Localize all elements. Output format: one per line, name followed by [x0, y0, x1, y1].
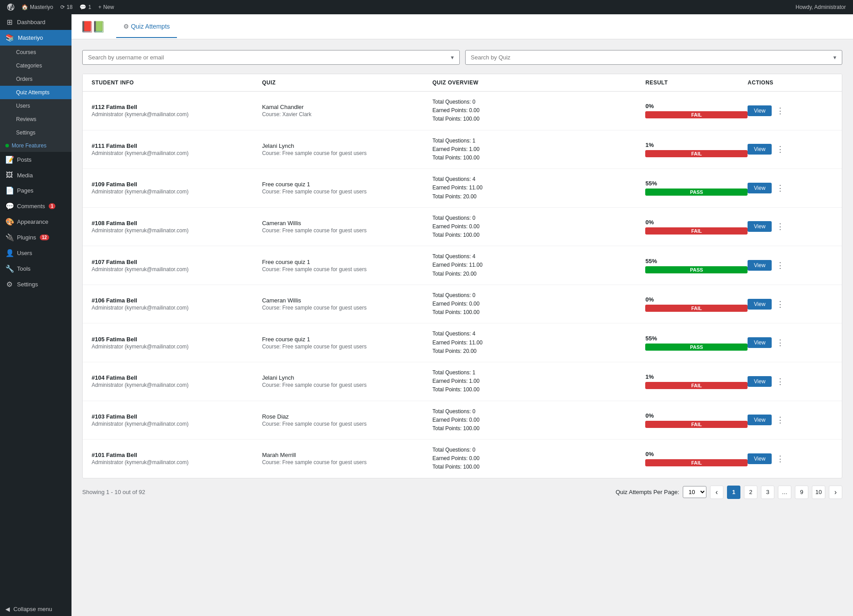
media-icon: 🖼: [5, 171, 13, 179]
admin-bar-comments[interactable]: 💬 1: [76, 0, 95, 14]
user-search-container[interactable]: ▾: [82, 50, 460, 65]
result-percentage: 1%: [645, 142, 748, 148]
table-body: #112 Fatima Bell Administrator (kymeruk@…: [83, 92, 842, 478]
view-button[interactable]: View: [748, 105, 772, 116]
sidebar-masteriyo-header[interactable]: 📚 Masteriyo: [0, 30, 71, 46]
sidebar-collapse[interactable]: ◀ Collapse menu: [0, 602, 71, 616]
table-row: #109 Fatima Bell Administrator (kymeruk@…: [83, 169, 842, 208]
admin-bar-user[interactable]: Howdy, Administrator: [792, 0, 849, 14]
result-badge: FAIL: [645, 382, 748, 389]
more-button[interactable]: ⋮: [774, 454, 786, 464]
tab-quiz-attempts[interactable]: ⚙ Quiz Attempts: [116, 16, 177, 38]
per-page-select[interactable]: 10 25 50: [683, 486, 706, 498]
sidebar-item-dashboard[interactable]: ⊞ Dashboard: [0, 14, 71, 30]
sidebar-item-tools[interactable]: 🔧 Tools: [0, 261, 71, 277]
col-student-info: STUDENT INFO: [92, 80, 262, 86]
pagination-page-3[interactable]: 3: [761, 486, 774, 499]
more-button[interactable]: ⋮: [774, 106, 786, 116]
result-percentage: 0%: [645, 103, 748, 109]
dashboard-icon: ⊞: [5, 18, 13, 26]
more-button[interactable]: ⋮: [774, 377, 786, 386]
table-row: #104 Fatima Bell Administrator (kymeruk@…: [83, 362, 842, 401]
total-questions: Total Questions: 4: [433, 252, 646, 261]
pagination-page-9[interactable]: 9: [795, 486, 808, 499]
more-button[interactable]: ⋮: [774, 415, 786, 425]
student-name: #109 Fatima Bell: [92, 181, 262, 188]
sidebar-item-pages[interactable]: 📄 Pages: [0, 183, 71, 198]
page-header: 📕📗 ⚙ Quiz Attempts: [71, 14, 853, 39]
sidebar-item-settings-wp[interactable]: ⚙ Settings: [0, 277, 71, 292]
table-row: #112 Fatima Bell Administrator (kymeruk@…: [83, 92, 842, 130]
user-greeting: Howdy, Administrator: [796, 4, 846, 10]
more-features-dot: [5, 144, 9, 147]
more-button[interactable]: ⋮: [774, 299, 786, 309]
view-button[interactable]: View: [748, 299, 772, 310]
view-button[interactable]: View: [748, 337, 772, 348]
result-percentage: 0%: [645, 219, 748, 226]
more-button[interactable]: ⋮: [774, 338, 786, 348]
table-row: #101 Fatima Bell Administrator (kymeruk@…: [83, 440, 842, 478]
quiz-name: Free course quiz 1: [262, 336, 432, 343]
updates-count: 18: [67, 4, 72, 10]
sidebar-item-courses[interactable]: Courses: [0, 46, 71, 59]
sidebar-label-dashboard: Dashboard: [17, 19, 46, 25]
earned-points: Earned Points: 1.00: [433, 377, 646, 386]
view-button[interactable]: View: [748, 376, 772, 387]
sidebar-item-categories[interactable]: Categories: [0, 59, 71, 72]
student-name: #111 Fatima Bell: [92, 142, 262, 149]
quiz-name: Cameran Willis: [262, 297, 432, 304]
view-button[interactable]: View: [748, 183, 772, 193]
pagination-next[interactable]: ›: [829, 486, 842, 499]
plugins-badge: 12: [40, 235, 49, 240]
more-button[interactable]: ⋮: [774, 183, 786, 193]
comments-sidebar-icon: 💬: [5, 202, 13, 210]
showing-text: Showing 1 - 10 out of 92: [82, 489, 145, 495]
pagination-page-1[interactable]: 1: [727, 486, 740, 499]
pagination-page-2[interactable]: 2: [744, 486, 757, 499]
more-button[interactable]: ⋮: [774, 260, 786, 270]
sidebar-item-users[interactable]: Users: [0, 99, 71, 113]
sidebar-item-media[interactable]: 🖼 Media: [0, 168, 71, 183]
view-button[interactable]: View: [748, 221, 772, 232]
pagination-page-10[interactable]: 10: [812, 486, 825, 499]
user-search-input[interactable]: [88, 54, 451, 61]
sidebar-item-plugins[interactable]: 🔌 Plugins 12: [0, 230, 71, 245]
pagination-right: Quiz Attempts Per Page: 10 25 50 ‹ 1 2 3…: [616, 486, 842, 499]
result-percentage: 0%: [645, 412, 748, 419]
pagination-prev[interactable]: ‹: [710, 486, 723, 499]
sidebar-item-settings[interactable]: Settings: [0, 126, 71, 139]
quiz-cell: Marah Merrill Course: Free sample course…: [262, 452, 432, 465]
admin-bar-site[interactable]: 🏠 Masteriyo: [18, 0, 57, 14]
sidebar-item-posts[interactable]: 📝 Posts: [0, 152, 71, 168]
view-button[interactable]: View: [748, 144, 772, 155]
more-button[interactable]: ⋮: [774, 144, 786, 154]
admin-bar-wp-logo[interactable]: [4, 0, 18, 14]
quiz-name: Jelani Lynch: [262, 374, 432, 381]
total-points: Total Points: 100.00: [433, 154, 646, 162]
view-button[interactable]: View: [748, 415, 772, 425]
users-wp-icon: 👤: [5, 249, 13, 257]
sidebar-item-users-wp[interactable]: 👤 Users: [0, 245, 71, 261]
sidebar-item-orders[interactable]: Orders: [0, 72, 71, 86]
quiz-name: Jelani Lynch: [262, 142, 432, 149]
quiz-search-input[interactable]: [471, 54, 834, 61]
admin-bar-updates[interactable]: ⟳ 18: [57, 0, 76, 14]
sidebar-item-comments[interactable]: 💬 Comments 1: [0, 198, 71, 214]
student-name: #106 Fatima Bell: [92, 297, 262, 304]
view-button[interactable]: View: [748, 260, 772, 271]
sidebar-item-reviews[interactable]: Reviews: [0, 113, 71, 126]
actions-cell: View ⋮: [748, 183, 833, 193]
earned-points: Earned Points: 0.00: [433, 106, 646, 115]
pages-label: Pages: [17, 187, 34, 194]
result-percentage: 0%: [645, 296, 748, 303]
sidebar-item-appearance[interactable]: 🎨 Appearance: [0, 214, 71, 230]
result-percentage: 55%: [645, 335, 748, 342]
sidebar-item-quiz-attempts[interactable]: Quiz Attempts: [0, 86, 71, 99]
sidebar-item-more-features[interactable]: More Features: [0, 139, 71, 152]
overview-cell: Total Questions: 0 Earned Points: 0.00 T…: [433, 291, 646, 317]
quiz-cell: Free course quiz 1 Course: Free sample c…: [262, 259, 432, 272]
view-button[interactable]: View: [748, 453, 772, 464]
admin-bar-new[interactable]: + New: [95, 0, 118, 14]
more-button[interactable]: ⋮: [774, 222, 786, 231]
quiz-search-container[interactable]: ▾: [465, 50, 843, 65]
